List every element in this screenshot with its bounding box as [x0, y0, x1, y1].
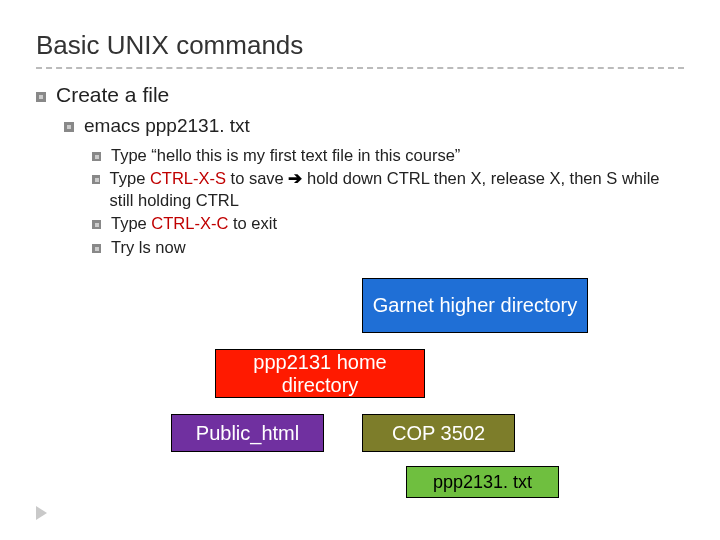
arrow-icon: ➔	[288, 169, 302, 187]
slide-title: Basic UNIX commands	[36, 30, 684, 69]
box-label: Public_html	[196, 422, 299, 445]
bullet-level3-text: Type CTRL-X-C to exit	[111, 213, 277, 234]
bullet-level2-text: emacs ppp2131. txt	[84, 115, 250, 137]
box-public: Public_html	[171, 414, 324, 452]
hotkey-text: CTRL-X-C	[151, 214, 228, 232]
bullet-level3: Type “hello this is my first text file i…	[92, 145, 684, 166]
bullet-icon	[64, 122, 74, 132]
box-file: ppp2131. txt	[406, 466, 559, 498]
slide-indicator-icon	[36, 506, 47, 520]
bullet-level1-text: Create a file	[56, 83, 169, 107]
text: to save	[226, 169, 288, 187]
bullet-icon	[92, 152, 101, 161]
box-home: ppp2131 home directory	[215, 349, 425, 398]
bullet-level3-text: Type “hello this is my first text file i…	[111, 145, 460, 166]
bullet-icon	[92, 244, 101, 253]
bullet-icon	[92, 220, 101, 229]
box-label: ppp2131. txt	[433, 472, 532, 493]
box-label: Garnet higher directory	[373, 294, 578, 317]
bullet-level3-text: Try ls now	[111, 237, 186, 258]
bullet-level1: Create a file	[36, 83, 684, 107]
bullet-level3: Type CTRL-X-C to exit	[92, 213, 684, 234]
text: Type	[110, 169, 150, 187]
bullet-icon	[36, 92, 46, 102]
text: Type	[111, 214, 151, 232]
box-garnet: Garnet higher directory	[362, 278, 588, 333]
bullet-level3: Try ls now	[92, 237, 684, 258]
box-label: ppp2131 home directory	[216, 351, 424, 397]
bullet-icon	[92, 175, 100, 184]
box-label: COP 3502	[392, 422, 485, 445]
hotkey-text: CTRL-X-S	[150, 169, 226, 187]
bullet-level2: emacs ppp2131. txt	[64, 115, 684, 137]
bullet-level3-text: Type CTRL-X-S to save ➔ hold down CTRL t…	[110, 168, 684, 211]
bullet-level3: Type CTRL-X-S to save ➔ hold down CTRL t…	[92, 168, 684, 211]
text: to exit	[228, 214, 277, 232]
box-cop3502: COP 3502	[362, 414, 515, 452]
